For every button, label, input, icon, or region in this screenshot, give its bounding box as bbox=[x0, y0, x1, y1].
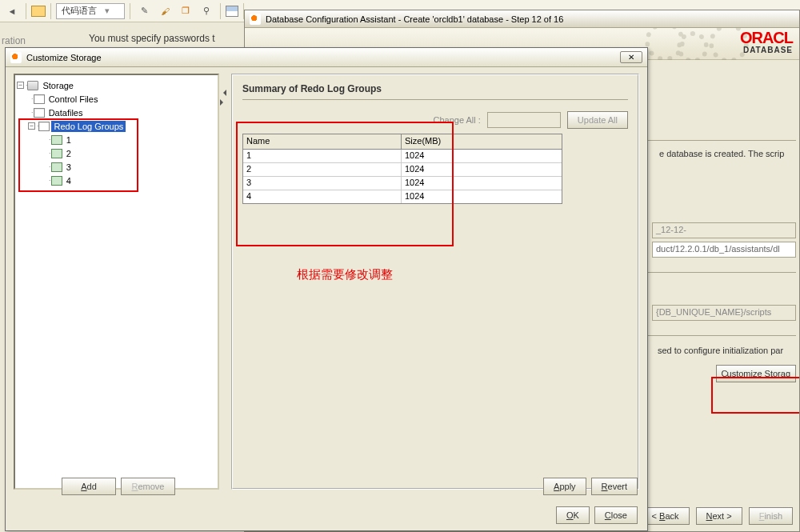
path-field-1[interactable]: _12-12- bbox=[652, 222, 796, 238]
dialog-titlebar[interactable]: Customize Storage ✕ bbox=[6, 48, 647, 67]
oracle-subtitle: DATABASE bbox=[743, 46, 793, 54]
tree-datafiles[interactable]: ··· Datafiles bbox=[17, 106, 216, 119]
brush-icon[interactable]: 🖌 bbox=[156, 2, 174, 20]
red-highlight-customize bbox=[711, 377, 799, 414]
summary-panel: Summary of Redo Log Groups Change All : … bbox=[231, 74, 639, 490]
tree-control-files[interactable]: ··· Control Files bbox=[17, 92, 216, 106]
dbca-title-text: Database Configuration Assistant - Creat… bbox=[266, 14, 563, 24]
back-button[interactable]: < Back bbox=[642, 507, 690, 525]
table-icon[interactable] bbox=[226, 6, 238, 17]
database-icon bbox=[27, 81, 38, 90]
dbca-titlebar: Database Configuration Assistant - Creat… bbox=[245, 10, 799, 28]
add-button[interactable]: Add bbox=[62, 478, 116, 495]
red-highlight-tree bbox=[18, 118, 138, 192]
file-icon bbox=[34, 108, 45, 118]
image-icon[interactable] bbox=[31, 6, 46, 17]
change-all-input[interactable] bbox=[487, 112, 561, 128]
finish-button: FFinishinish bbox=[749, 507, 793, 525]
red-highlight-table bbox=[236, 122, 454, 246]
section-title: Summary of Redo Log Groups bbox=[242, 83, 628, 100]
apply-button[interactable]: Apply bbox=[543, 478, 586, 495]
eraser-icon[interactable]: ✎ bbox=[135, 2, 153, 20]
oracle-logo: ORACL bbox=[740, 29, 793, 47]
tree-root[interactable]: − ·· Storage bbox=[17, 78, 216, 92]
path-field-2[interactable]: duct/12.2.0.1/db_1/assistants/dl bbox=[652, 242, 796, 258]
splitter-handle[interactable] bbox=[220, 74, 226, 490]
format-icon[interactable]: ❐ bbox=[177, 2, 194, 20]
password-prompt: You must specify passwords t bbox=[89, 33, 215, 44]
file-icon bbox=[34, 94, 45, 104]
ok-button[interactable]: OK bbox=[556, 506, 590, 524]
java-icon bbox=[250, 14, 261, 25]
code-language-select[interactable]: 代码语言 ▾ bbox=[56, 3, 125, 19]
path-field-3[interactable]: {DB_UNIQUE_NAME}/scripts bbox=[652, 305, 796, 321]
collapse-icon[interactable]: − bbox=[17, 82, 24, 89]
close-icon[interactable]: ✕ bbox=[620, 51, 642, 63]
update-all-button: Update All bbox=[567, 111, 628, 129]
close-button[interactable]: Close bbox=[594, 506, 638, 524]
red-note: 根据需要修改调整 bbox=[297, 267, 393, 282]
customize-storage-dialog: Customize Storage ✕ − ·· Storage ··· Con… bbox=[5, 47, 648, 531]
storage-tree[interactable]: − ·· Storage ··· Control Files ··· Dataf… bbox=[14, 74, 219, 490]
remove-button: Remove bbox=[121, 478, 175, 495]
arrow-left-icon[interactable]: ◄ bbox=[3, 2, 21, 20]
dialog-title: Customize Storage bbox=[26, 53, 102, 62]
java-icon bbox=[10, 52, 22, 63]
chain-icon[interactable]: ⚲ bbox=[198, 2, 215, 20]
revert-button[interactable]: Revert bbox=[591, 478, 638, 495]
next-button[interactable]: Next > bbox=[696, 507, 742, 525]
dbca-footer: < Back Next > FFinishinish bbox=[642, 507, 793, 525]
